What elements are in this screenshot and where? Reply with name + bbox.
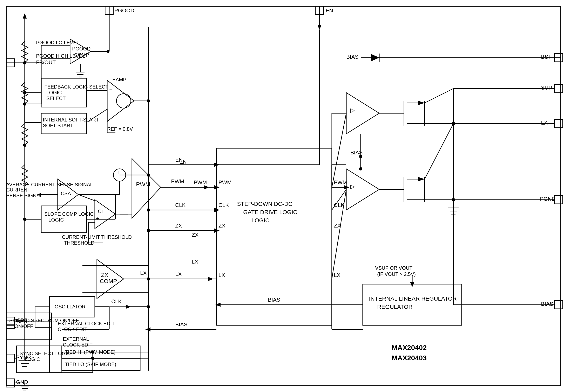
step-down-label: STEP-DOWN DC-DC [237, 201, 292, 207]
gnd-label: GND [16, 379, 28, 385]
lx-comp-label: LX [140, 270, 147, 276]
svg-text:PWM: PWM [219, 179, 232, 185]
svg-text:LOGIC: LOGIC [48, 217, 64, 223]
svg-text:ZX: ZX [334, 223, 341, 229]
pgood-hi-label: PGOOD HIGH LEVEL [36, 53, 85, 59]
pgood-pin-label: PGOOD [114, 7, 134, 14]
gate-drive-label: GATE DRIVE LOGIC [243, 209, 297, 215]
lx-pin-label: LX [541, 120, 548, 126]
clk-in-label: CLK [175, 202, 186, 208]
feedback-logic-label: FEEDBACK LOGIC SELECT [44, 84, 108, 90]
svg-point-162 [359, 167, 362, 170]
slope-comp-label: SLOPE COMP LOGIC [44, 211, 94, 217]
svg-text:ZX: ZX [219, 223, 225, 229]
eamp-label: EAMP [112, 77, 126, 82]
fb-out-label: FB/OUT [36, 59, 56, 66]
pwm-label: PWM [136, 181, 150, 188]
svg-text:EXTERNAL: EXTERNAL [63, 336, 89, 342]
svg-text:CLOCK EDIT: CLOCK EDIT [63, 342, 92, 348]
svg-point-42 [23, 91, 26, 94]
bias-right-label: BIAS [541, 301, 553, 307]
svg-point-70 [23, 218, 26, 221]
svg-point-13 [23, 143, 26, 147]
vsup-label: VSUP OR VOUT [375, 265, 412, 271]
bias-diode-label: BIAS [346, 54, 358, 60]
svg-text:CLK: CLK [219, 202, 229, 208]
internal-linear-label1: INTERNAL LINEAR REGULATOR [369, 295, 457, 302]
svg-text:SOFT-START: SOFT-START [43, 123, 73, 128]
current-limit-label: CURRENT-LIMIT THRESHOLD [62, 234, 132, 240]
ext-clock-label: EXTERNAL CLOCK EDIT [58, 321, 115, 326]
avg-current-label: AVERAGE CURRENT SENSE SIGNAL [6, 182, 93, 187]
svg-text:+: + [117, 169, 120, 175]
svg-text:CURRENT: CURRENT [6, 187, 30, 193]
sync-label: SYNC [16, 354, 31, 361]
zxcomp-label: ZX [101, 272, 108, 278]
sup-label: SUP [541, 85, 552, 91]
cl-label: CL [98, 209, 104, 214]
svg-rect-0 [0, 0, 567, 392]
svg-text:LOGIC: LOGIC [46, 90, 62, 95]
svg-text:▷: ▷ [350, 107, 355, 113]
svg-text:+: + [96, 215, 99, 222]
svg-text:LX: LX [219, 272, 225, 278]
svg-text:▷: ▷ [350, 183, 355, 190]
tied-lo-label: TIED LO (SKIP MODE) [65, 362, 116, 367]
clk-osc-label: CLK [111, 298, 122, 305]
bias-out-label: BIAS [268, 297, 280, 303]
svg-text:REGULATOR: REGULATOR [377, 304, 413, 310]
bias-in-label: BIAS [175, 321, 187, 328]
lx-in-label: LX [175, 271, 182, 277]
sps-pin-label: SPS [17, 317, 28, 323]
svg-text:PWM: PWM [334, 179, 347, 185]
svg-text:LX: LX [334, 272, 341, 278]
en-pin-label: EN [326, 7, 333, 14]
svg-text:SENSE SIGNAL: SENSE SIGNAL [6, 193, 43, 198]
svg-text:LOGIC: LOGIC [252, 217, 269, 224]
lx-right-label: LX [192, 259, 198, 265]
max20402-label: MAX20402 [392, 344, 427, 351]
svg-text:+: + [109, 100, 113, 106]
svg-text:ZX: ZX [192, 232, 198, 238]
svg-text:−: − [109, 86, 113, 93]
svg-text:−: − [96, 198, 99, 204]
max20403-label: MAX20403 [392, 354, 427, 362]
svg-text:PGOOD: PGOOD [72, 46, 90, 52]
bst-label: BST [541, 54, 552, 60]
if-vout-label: (IF VOUT > 2.5V) [377, 271, 416, 277]
pgnd-label: PGND [540, 196, 555, 202]
en-sig-label: EN [179, 159, 187, 165]
oscillator-label: OSCILLATOR [55, 304, 86, 309]
csa-label: CSA [61, 191, 71, 196]
pwm-output-label: PWM [171, 178, 184, 184]
svg-text:COMP: COMP [100, 278, 117, 284]
pwm-in-label: PWM [194, 179, 207, 185]
diagram-container: FB/OUT PGOOD COMP PGOOD PGOOD LO LEVEL P… [0, 0, 567, 392]
pgood-lo-label: PGOOD LO LEVEL [36, 40, 79, 45]
svg-text:SELECT: SELECT [46, 96, 66, 101]
zx-in-label: ZX [175, 223, 182, 229]
ref-label: REF = 0.8V [107, 126, 133, 132]
